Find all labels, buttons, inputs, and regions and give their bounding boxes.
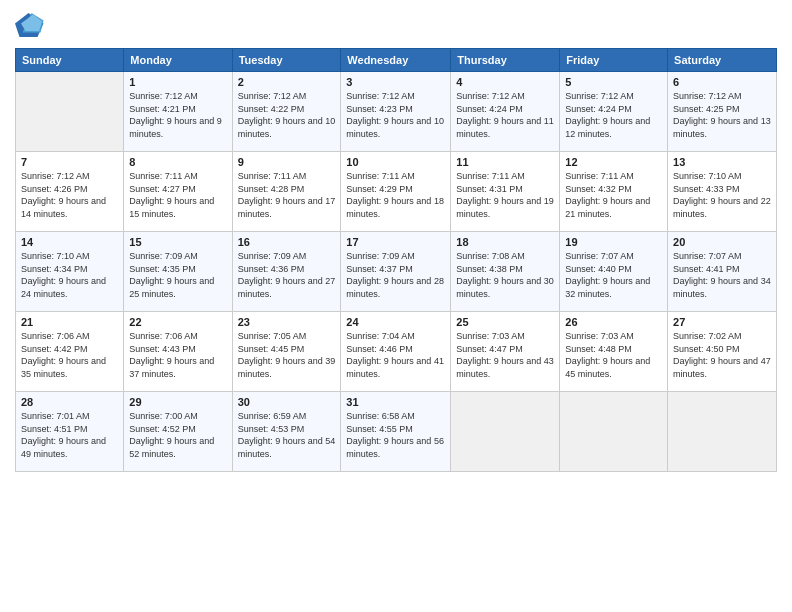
day-number: 7	[21, 156, 118, 168]
calendar-cell: 31Sunrise: 6:58 AM Sunset: 4:55 PM Dayli…	[341, 392, 451, 472]
calendar-cell: 28Sunrise: 7:01 AM Sunset: 4:51 PM Dayli…	[16, 392, 124, 472]
day-number: 16	[238, 236, 336, 248]
calendar-week: 28Sunrise: 7:01 AM Sunset: 4:51 PM Dayli…	[16, 392, 777, 472]
calendar-cell: 8Sunrise: 7:11 AM Sunset: 4:27 PM Daylig…	[124, 152, 232, 232]
calendar-cell: 16Sunrise: 7:09 AM Sunset: 4:36 PM Dayli…	[232, 232, 341, 312]
weekday-header: Thursday	[451, 49, 560, 72]
day-number: 15	[129, 236, 226, 248]
day-number: 22	[129, 316, 226, 328]
day-info: Sunrise: 7:12 AM Sunset: 4:23 PM Dayligh…	[346, 90, 445, 140]
day-number: 24	[346, 316, 445, 328]
day-number: 11	[456, 156, 554, 168]
calendar-cell: 14Sunrise: 7:10 AM Sunset: 4:34 PM Dayli…	[16, 232, 124, 312]
calendar-cell: 20Sunrise: 7:07 AM Sunset: 4:41 PM Dayli…	[668, 232, 777, 312]
calendar-week: 14Sunrise: 7:10 AM Sunset: 4:34 PM Dayli…	[16, 232, 777, 312]
day-info: Sunrise: 7:12 AM Sunset: 4:24 PM Dayligh…	[456, 90, 554, 140]
calendar-cell: 13Sunrise: 7:10 AM Sunset: 4:33 PM Dayli…	[668, 152, 777, 232]
day-number: 5	[565, 76, 662, 88]
calendar-week: 21Sunrise: 7:06 AM Sunset: 4:42 PM Dayli…	[16, 312, 777, 392]
calendar-cell	[560, 392, 668, 472]
calendar-cell: 6Sunrise: 7:12 AM Sunset: 4:25 PM Daylig…	[668, 72, 777, 152]
day-info: Sunrise: 7:11 AM Sunset: 4:31 PM Dayligh…	[456, 170, 554, 220]
day-number: 20	[673, 236, 771, 248]
calendar-body: 1Sunrise: 7:12 AM Sunset: 4:21 PM Daylig…	[16, 72, 777, 472]
day-number: 17	[346, 236, 445, 248]
weekday-header: Sunday	[16, 49, 124, 72]
calendar-cell	[451, 392, 560, 472]
day-info: Sunrise: 7:08 AM Sunset: 4:38 PM Dayligh…	[456, 250, 554, 300]
weekday-header: Tuesday	[232, 49, 341, 72]
day-info: Sunrise: 7:03 AM Sunset: 4:47 PM Dayligh…	[456, 330, 554, 380]
calendar-cell: 10Sunrise: 7:11 AM Sunset: 4:29 PM Dayli…	[341, 152, 451, 232]
calendar-cell: 11Sunrise: 7:11 AM Sunset: 4:31 PM Dayli…	[451, 152, 560, 232]
logo-icon	[15, 10, 45, 40]
calendar-week: 1Sunrise: 7:12 AM Sunset: 4:21 PM Daylig…	[16, 72, 777, 152]
day-number: 12	[565, 156, 662, 168]
calendar-cell: 18Sunrise: 7:08 AM Sunset: 4:38 PM Dayli…	[451, 232, 560, 312]
calendar-cell: 29Sunrise: 7:00 AM Sunset: 4:52 PM Dayli…	[124, 392, 232, 472]
calendar-header: SundayMondayTuesdayWednesdayThursdayFrid…	[16, 49, 777, 72]
day-info: Sunrise: 7:12 AM Sunset: 4:21 PM Dayligh…	[129, 90, 226, 140]
day-info: Sunrise: 7:12 AM Sunset: 4:26 PM Dayligh…	[21, 170, 118, 220]
calendar-cell: 30Sunrise: 6:59 AM Sunset: 4:53 PM Dayli…	[232, 392, 341, 472]
day-info: Sunrise: 7:09 AM Sunset: 4:36 PM Dayligh…	[238, 250, 336, 300]
calendar-cell: 1Sunrise: 7:12 AM Sunset: 4:21 PM Daylig…	[124, 72, 232, 152]
calendar-cell	[668, 392, 777, 472]
day-number: 13	[673, 156, 771, 168]
day-number: 2	[238, 76, 336, 88]
calendar-cell: 3Sunrise: 7:12 AM Sunset: 4:23 PM Daylig…	[341, 72, 451, 152]
day-number: 8	[129, 156, 226, 168]
day-info: Sunrise: 6:58 AM Sunset: 4:55 PM Dayligh…	[346, 410, 445, 460]
calendar-table: SundayMondayTuesdayWednesdayThursdayFrid…	[15, 48, 777, 472]
day-number: 3	[346, 76, 445, 88]
logo	[15, 10, 49, 40]
calendar-cell: 7Sunrise: 7:12 AM Sunset: 4:26 PM Daylig…	[16, 152, 124, 232]
day-number: 14	[21, 236, 118, 248]
day-info: Sunrise: 7:09 AM Sunset: 4:35 PM Dayligh…	[129, 250, 226, 300]
calendar-cell: 23Sunrise: 7:05 AM Sunset: 4:45 PM Dayli…	[232, 312, 341, 392]
day-number: 26	[565, 316, 662, 328]
day-number: 9	[238, 156, 336, 168]
day-number: 25	[456, 316, 554, 328]
calendar-cell: 9Sunrise: 7:11 AM Sunset: 4:28 PM Daylig…	[232, 152, 341, 232]
weekday-header: Saturday	[668, 49, 777, 72]
day-info: Sunrise: 7:01 AM Sunset: 4:51 PM Dayligh…	[21, 410, 118, 460]
day-number: 23	[238, 316, 336, 328]
calendar-cell: 26Sunrise: 7:03 AM Sunset: 4:48 PM Dayli…	[560, 312, 668, 392]
page: SundayMondayTuesdayWednesdayThursdayFrid…	[0, 0, 792, 612]
day-info: Sunrise: 7:11 AM Sunset: 4:29 PM Dayligh…	[346, 170, 445, 220]
calendar-cell	[16, 72, 124, 152]
calendar-cell: 19Sunrise: 7:07 AM Sunset: 4:40 PM Dayli…	[560, 232, 668, 312]
day-number: 18	[456, 236, 554, 248]
day-number: 28	[21, 396, 118, 408]
day-info: Sunrise: 7:06 AM Sunset: 4:42 PM Dayligh…	[21, 330, 118, 380]
calendar-cell: 24Sunrise: 7:04 AM Sunset: 4:46 PM Dayli…	[341, 312, 451, 392]
day-number: 30	[238, 396, 336, 408]
calendar-cell: 4Sunrise: 7:12 AM Sunset: 4:24 PM Daylig…	[451, 72, 560, 152]
day-info: Sunrise: 7:05 AM Sunset: 4:45 PM Dayligh…	[238, 330, 336, 380]
day-info: Sunrise: 7:02 AM Sunset: 4:50 PM Dayligh…	[673, 330, 771, 380]
calendar-cell: 25Sunrise: 7:03 AM Sunset: 4:47 PM Dayli…	[451, 312, 560, 392]
weekday-header: Wednesday	[341, 49, 451, 72]
day-info: Sunrise: 6:59 AM Sunset: 4:53 PM Dayligh…	[238, 410, 336, 460]
day-info: Sunrise: 7:04 AM Sunset: 4:46 PM Dayligh…	[346, 330, 445, 380]
calendar-cell: 12Sunrise: 7:11 AM Sunset: 4:32 PM Dayli…	[560, 152, 668, 232]
header	[15, 10, 777, 40]
day-info: Sunrise: 7:11 AM Sunset: 4:32 PM Dayligh…	[565, 170, 662, 220]
day-number: 6	[673, 76, 771, 88]
day-info: Sunrise: 7:00 AM Sunset: 4:52 PM Dayligh…	[129, 410, 226, 460]
day-info: Sunrise: 7:10 AM Sunset: 4:34 PM Dayligh…	[21, 250, 118, 300]
day-info: Sunrise: 7:07 AM Sunset: 4:41 PM Dayligh…	[673, 250, 771, 300]
day-info: Sunrise: 7:12 AM Sunset: 4:24 PM Dayligh…	[565, 90, 662, 140]
day-number: 1	[129, 76, 226, 88]
calendar-cell: 5Sunrise: 7:12 AM Sunset: 4:24 PM Daylig…	[560, 72, 668, 152]
day-info: Sunrise: 7:12 AM Sunset: 4:22 PM Dayligh…	[238, 90, 336, 140]
day-info: Sunrise: 7:07 AM Sunset: 4:40 PM Dayligh…	[565, 250, 662, 300]
calendar-cell: 17Sunrise: 7:09 AM Sunset: 4:37 PM Dayli…	[341, 232, 451, 312]
calendar-cell: 15Sunrise: 7:09 AM Sunset: 4:35 PM Dayli…	[124, 232, 232, 312]
day-number: 29	[129, 396, 226, 408]
day-info: Sunrise: 7:11 AM Sunset: 4:27 PM Dayligh…	[129, 170, 226, 220]
day-number: 27	[673, 316, 771, 328]
day-info: Sunrise: 7:09 AM Sunset: 4:37 PM Dayligh…	[346, 250, 445, 300]
day-number: 10	[346, 156, 445, 168]
